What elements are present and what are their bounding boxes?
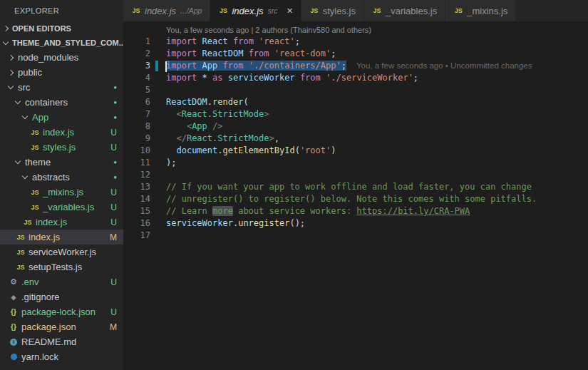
file-label: containers	[25, 97, 68, 108]
line-number[interactable]: 15	[123, 205, 150, 217]
code-content: 1import React from 'react';2import React…	[123, 36, 588, 242]
code-text: import * as serviceWorker from './servic…	[166, 72, 418, 84]
tree-item-styles-js[interactable]: JSstyles.jsU	[0, 140, 123, 155]
line-number[interactable]: 17	[123, 230, 150, 242]
chevron-down-icon	[8, 83, 14, 89]
sidebar-title: EXPLORER	[0, 0, 123, 21]
tree-item-abstracts[interactable]: abstracts●	[0, 170, 123, 185]
gutter	[150, 84, 166, 96]
tree-item-theme[interactable]: theme●	[0, 155, 123, 170]
code-line-10[interactable]: 10 document.getElementById('root')	[123, 145, 588, 157]
git-change-dot: ●	[113, 99, 117, 106]
git-modified-gutter	[150, 60, 166, 72]
line-number[interactable]: 13	[123, 181, 150, 193]
tab-index-js[interactable]: JSindex.js.../App	[123, 0, 210, 21]
gitlens-authors-codelens[interactable]: You, a few seconds ago | 2 authors (Thai…	[166, 24, 371, 36]
json-file-icon: {}	[9, 308, 19, 316]
js-file-icon: JS	[30, 204, 40, 211]
tree-item-yarn-lock[interactable]: yarn.lock	[0, 349, 123, 364]
code-line-15[interactable]: 15// Learn more about service workers: h…	[123, 205, 588, 217]
file-label: App	[32, 112, 48, 123]
code-editor[interactable]: You, a few seconds ago | 2 authors (Thai…	[123, 21, 588, 370]
line-number[interactable]: 16	[123, 217, 150, 230]
code-text: ReactDOM.render(	[166, 96, 249, 108]
code-line-3[interactable]: 3import App from './containers/App';You,…	[123, 60, 588, 72]
line-number[interactable]: 4	[123, 72, 150, 84]
line-number[interactable]: 8	[123, 120, 150, 133]
code-line-13[interactable]: 13// If you want your app to work offlin…	[123, 181, 588, 193]
close-icon[interactable]: ×	[287, 6, 293, 16]
line-number[interactable]: 6	[123, 96, 150, 108]
code-line-8[interactable]: 8 <App />	[123, 120, 588, 133]
chevron-down-icon	[15, 158, 21, 164]
chevron-down-icon	[3, 38, 9, 44]
tab-index-js[interactable]: JSindex.jssrc×	[210, 0, 300, 21]
tree-item-node-modules[interactable]: node_modules	[0, 50, 123, 65]
js-file-icon: JS	[372, 7, 382, 14]
tree-item-mixins-js[interactable]: JS_mixins.jsU	[0, 185, 123, 200]
file-label: .gitignore	[21, 292, 59, 302]
code-line-7[interactable]: 7 <React.StrictMode>	[123, 108, 588, 120]
code-text: </React.StrictMode>,	[166, 133, 279, 145]
workspace-section[interactable]: THEME_AND_STYLED_COM...	[0, 36, 123, 50]
tree-item-index-js[interactable]: JSindex.jsU	[0, 215, 123, 230]
file-label: _mixins.js	[43, 187, 83, 197]
code-line-17[interactable]: 17	[123, 230, 588, 242]
tree-item-package-json[interactable]: {}package.jsonM	[0, 319, 123, 334]
tree-item-public[interactable]: public	[0, 65, 123, 80]
tree-item-package-lock-json[interactable]: {}package-lock.jsonU	[0, 304, 123, 319]
line-number[interactable]: 9	[123, 133, 150, 145]
tab-mixins-js[interactable]: JS_mixins.js	[445, 0, 515, 21]
code-line-16[interactable]: 16serviceWorker.unregister();	[123, 217, 588, 230]
line-number[interactable]: 12	[123, 169, 150, 181]
js-file-icon: JS	[218, 7, 228, 14]
file-label: abstracts	[32, 172, 70, 183]
js-file-icon: JS	[30, 189, 40, 196]
line-number[interactable]: 2	[123, 48, 150, 60]
tab-description: src	[268, 6, 278, 15]
gutter	[150, 72, 166, 84]
tree-item-index-js[interactable]: JSindex.jsM	[0, 230, 123, 245]
text-cursor	[165, 61, 167, 72]
code-line-4[interactable]: 4import * as serviceWorker from './servi…	[123, 72, 588, 84]
tab-variables-js[interactable]: JS_variables.js	[364, 0, 445, 21]
code-line-12[interactable]: 12	[123, 169, 588, 181]
tab-bar: JSindex.js.../AppJSindex.jssrc×JSstyles.…	[123, 0, 588, 21]
code-line-2[interactable]: 2import ReactDOM from 'react-dom';	[123, 48, 588, 60]
code-line-1[interactable]: 1import React from 'react';	[123, 36, 588, 48]
code-line-9[interactable]: 9 </React.StrictMode>,	[123, 133, 588, 145]
open-editors-section[interactable]: OPEN EDITORS	[0, 21, 123, 36]
line-number[interactable]: 1	[123, 36, 150, 48]
file-label: index.js	[29, 232, 60, 242]
tree-item-gitignore[interactable]: ◆.gitignore	[0, 289, 123, 304]
code-line-6[interactable]: 6ReactDOM.render(	[123, 96, 588, 108]
code-line-11[interactable]: 11);	[123, 157, 588, 169]
line-number[interactable]: 10	[123, 145, 150, 157]
tree-item-readme-md[interactable]: iREADME.md	[0, 334, 123, 349]
tree-item-index-js[interactable]: JSindex.jsU	[0, 125, 123, 140]
tab-styles-js[interactable]: JSstyles.js	[301, 0, 363, 21]
gutter	[150, 157, 166, 169]
tree-item-variables-js[interactable]: JS_variables.jsU	[0, 200, 123, 215]
tree-item-src[interactable]: src●	[0, 80, 123, 95]
code-text: <App />	[166, 120, 223, 133]
info-file-icon: i	[9, 339, 19, 346]
tree-item-env[interactable]: ⚙.envU	[0, 274, 123, 289]
code-line-14[interactable]: 14// unregister() to register() below. N…	[123, 193, 588, 205]
code-line-5[interactable]: 5	[123, 84, 588, 96]
line-number[interactable]: 3	[123, 60, 150, 72]
line-number[interactable]: 7	[123, 108, 150, 120]
line-number[interactable]: 5	[123, 84, 150, 96]
line-number-gutter	[123, 24, 150, 36]
line-number[interactable]: 11	[123, 157, 150, 169]
tree-item-containers[interactable]: containers●	[0, 95, 123, 110]
gutter	[150, 169, 166, 181]
line-number[interactable]: 14	[123, 193, 150, 205]
gutter	[150, 48, 166, 60]
tab-label: index.js	[145, 6, 176, 16]
gitlens-inline-blame: You, a few seconds ago • Uncommitted cha…	[356, 61, 532, 70]
tree-item-app[interactable]: App●	[0, 110, 123, 125]
tree-item-serviceworker-js[interactable]: JSserviceWorker.js	[0, 245, 123, 259]
tree-item-setuptests-js[interactable]: JSsetupTests.js	[0, 259, 123, 274]
file-label: theme	[25, 157, 51, 168]
